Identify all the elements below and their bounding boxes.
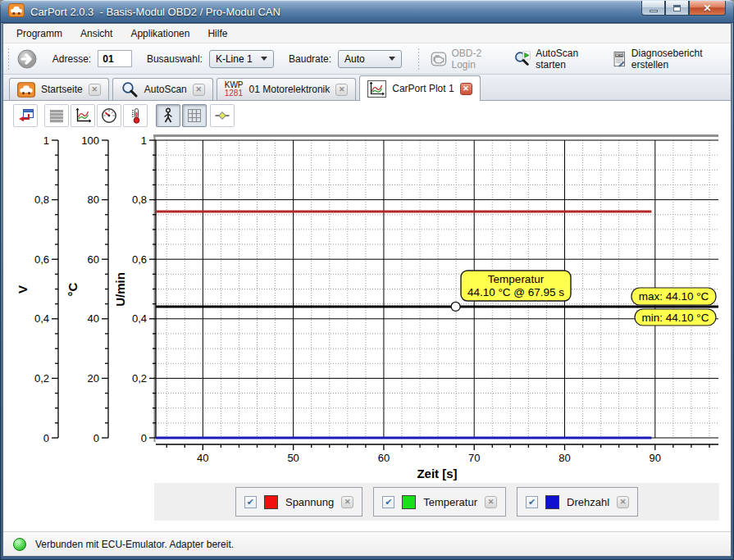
statusbar: Verbunden mit ECU-Emulator. Adapter bere… — [3, 531, 731, 556]
svg-text:min: 44.10 °C: min: 44.10 °C — [642, 312, 709, 324]
window-title: CarPort 2.0.3 - Basis-Modul OBD2 / Pro-M… — [30, 6, 280, 18]
svg-text:0,8: 0,8 — [132, 193, 147, 206]
tab-autoscan[interactable]: AutoScan — [112, 78, 213, 100]
checkbox-checked-icon[interactable] — [526, 496, 538, 508]
hover-tracking-button[interactable] — [156, 104, 180, 127]
close-button[interactable]: ✕ — [689, 1, 726, 16]
svg-text:0: 0 — [43, 432, 49, 444]
minimize-icon — [650, 10, 658, 12]
legend-item-temperatur: Temperatur — [373, 487, 506, 517]
plot-toolbar — [13, 104, 235, 127]
tab-label: CarPort Plot 1 — [392, 83, 454, 94]
tab-close-button[interactable] — [89, 84, 101, 96]
status-text: Verbunden mit ECU-Emulator. Adapter bere… — [35, 539, 234, 550]
svg-text:0,2: 0,2 — [34, 372, 49, 385]
data-list-button[interactable] — [44, 104, 69, 127]
legend-close-button[interactable] — [617, 496, 629, 508]
legend-label: Spannung — [285, 496, 334, 508]
svg-text:°C: °C — [66, 282, 80, 296]
svg-text:1: 1 — [43, 134, 49, 147]
maximize-icon — [673, 5, 681, 11]
go-arrow-icon — [16, 48, 38, 70]
y-axis-1 — [102, 140, 108, 438]
series-color-swatch — [545, 495, 559, 509]
svg-text:44.10 °C @ 67.95 s: 44.10 °C @ 67.95 s — [467, 286, 564, 298]
menu-ansicht[interactable]: Ansicht — [71, 25, 121, 43]
svg-text:U/min: U/min — [113, 272, 127, 307]
tab-close-button[interactable] — [335, 84, 348, 96]
x-axis-labels: 405060708090Zeit [s] — [197, 452, 661, 480]
gauge-view-button[interactable] — [97, 104, 121, 127]
obd-login-label: OBD-2 Login — [452, 48, 499, 71]
svg-text:Zeit [s]: Zeit [s] — [417, 467, 457, 480]
svg-text:0,8: 0,8 — [34, 193, 49, 206]
titlebar: CarPort 2.0.3 - Basis-Modul OBD2 / Pro-M… — [0, 0, 734, 23]
bus-select[interactable]: K-Line 1 — [209, 50, 274, 68]
magnifier-icon — [121, 81, 139, 98]
car-icon — [17, 82, 35, 98]
y-axis-0 — [52, 140, 58, 438]
y-axis-1-labels: 020406080100°C — [66, 134, 99, 444]
connect-button[interactable] — [16, 48, 38, 70]
svg-text:40: 40 — [197, 452, 208, 464]
legend-close-button[interactable] — [341, 496, 353, 508]
status-led-icon — [13, 538, 26, 551]
thermometer-view-button[interactable] — [123, 104, 148, 127]
minimize-button[interactable] — [641, 1, 665, 16]
plot-view-button[interactable] — [71, 104, 95, 127]
menu-hilfe[interactable]: Hilfe — [198, 25, 236, 43]
series-color-swatch — [264, 495, 278, 509]
autoscan-button[interactable]: AutoScan starten — [509, 45, 603, 73]
protocol-code: 1281 — [225, 89, 244, 98]
tab-startseite[interactable]: Startseite — [9, 78, 109, 100]
legend-close-button[interactable] — [485, 496, 497, 508]
bus-select-value: K-Line 1 — [216, 53, 253, 65]
plot-view-icon — [74, 107, 92, 125]
hover-tooltip: Temperatur44.10 °C @ 67.95 s — [461, 271, 571, 301]
bus-label: Busauswahl: — [147, 53, 203, 65]
maximize-button[interactable] — [665, 1, 689, 16]
svg-text:OBD: OBD — [616, 53, 623, 57]
autoscan-magnifier-icon — [513, 49, 531, 69]
toolbar-grip — [417, 48, 420, 71]
report-button[interactable]: OBD Diagnosebericht erstellen — [609, 45, 727, 73]
screenshot-button[interactable] — [13, 104, 38, 127]
tab-motorelektronik[interactable]: KWP 1281 01 Motorelektronik — [217, 78, 357, 100]
plot-legend: Spannung Temperatur Drehzahl — [154, 483, 719, 521]
max-annotation: max: 44.10 °C — [631, 288, 716, 305]
engine-icon — [431, 50, 447, 68]
obd-report-icon: OBD — [613, 49, 627, 69]
plot-canvas[interactable]: 00,20,40,60,81V020406080100°C00,20,40,60… — [3, 130, 720, 485]
legend-item-drehzahl: Drehzahl — [517, 487, 638, 517]
svg-text:100: 100 — [81, 134, 99, 147]
svg-text:0,4: 0,4 — [132, 312, 147, 325]
toolbar-grip — [7, 48, 10, 71]
protocol-badge: KWP 1281 — [225, 81, 244, 98]
checkbox-checked-icon[interactable] — [244, 496, 257, 508]
tab-carport-plot-1[interactable]: CarPort Plot 1 — [359, 75, 480, 101]
menu-applikationen[interactable]: Applikationen — [121, 25, 198, 43]
menubar: Programm Ansicht Applikationen Hilfe — [3, 24, 731, 43]
svg-text:0,6: 0,6 — [34, 253, 49, 266]
baud-select[interactable]: Auto — [338, 50, 402, 68]
grid-toggle-icon — [185, 107, 203, 125]
address-input[interactable] — [98, 50, 132, 67]
svg-text:80: 80 — [88, 193, 99, 206]
menu-programm[interactable]: Programm — [7, 25, 71, 43]
tab-close-button[interactable] — [193, 84, 205, 96]
checkbox-checked-icon[interactable] — [382, 496, 394, 508]
app-car-icon — [8, 3, 25, 20]
plot-page: 00,20,40,60,81V020406080100°C00,20,40,60… — [3, 101, 731, 531]
min-annotation: min: 44.10 °C — [635, 309, 716, 326]
svg-text:60: 60 — [378, 452, 390, 464]
grid-toggle-button[interactable] — [182, 104, 207, 127]
obd-login-button[interactable]: OBD-2 Login — [426, 45, 503, 73]
chevron-down-icon — [389, 57, 395, 61]
tab-close-button[interactable] — [460, 83, 472, 95]
chevron-down-icon — [261, 57, 267, 61]
y-axis-0-labels: 00,20,40,60,81V — [16, 134, 49, 444]
marker-toggle-button[interactable] — [210, 104, 235, 127]
marker-toggle-icon — [213, 107, 231, 125]
baud-select-value: Auto — [344, 53, 365, 65]
svg-text:70: 70 — [468, 452, 480, 464]
